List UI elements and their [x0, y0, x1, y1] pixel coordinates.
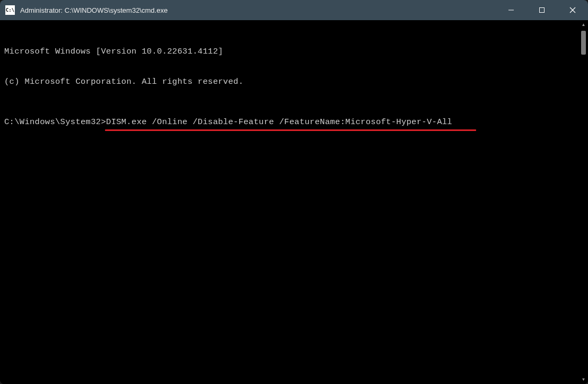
cmd-window: C:\ Administrator: C:\WINDOWS\system32\c…	[0, 0, 588, 384]
minimize-icon	[508, 7, 514, 13]
close-icon	[569, 7, 576, 13]
maximize-button[interactable]	[526, 0, 557, 20]
terminal-area[interactable]: Microsoft Windows [Version 10.0.22631.41…	[0, 20, 588, 384]
command-text: DISM.exe /Online /Disable-Feature /Featu…	[106, 117, 452, 127]
scrollbar-thumb[interactable]	[581, 31, 586, 55]
window-title: Administrator: C:\WINDOWS\system32\cmd.e…	[20, 6, 496, 14]
prompt-text: C:\Windows\System32>	[4, 117, 106, 127]
scrollbar[interactable]: ▲ ▼	[579, 20, 588, 384]
svg-rect-1	[540, 8, 545, 13]
output-line: Microsoft Windows [Version 10.0.22631.41…	[4, 47, 575, 57]
cmd-icon: C:\	[5, 5, 15, 15]
output-line: (c) Microsoft Corporation. All rights re…	[4, 77, 575, 87]
minimize-button[interactable]	[496, 0, 526, 20]
maximize-icon	[539, 7, 545, 13]
terminal-output[interactable]: Microsoft Windows [Version 10.0.22631.41…	[0, 20, 579, 384]
close-button[interactable]	[557, 0, 588, 20]
highlight-underline	[105, 129, 476, 131]
prompt-line[interactable]: C:\Windows\System32>DISM.exe /Online /Di…	[4, 117, 575, 127]
scroll-up-icon[interactable]: ▲	[579, 20, 588, 29]
window-controls	[496, 0, 588, 20]
scroll-down-icon[interactable]: ▼	[579, 375, 588, 384]
titlebar[interactable]: C:\ Administrator: C:\WINDOWS\system32\c…	[0, 0, 588, 20]
